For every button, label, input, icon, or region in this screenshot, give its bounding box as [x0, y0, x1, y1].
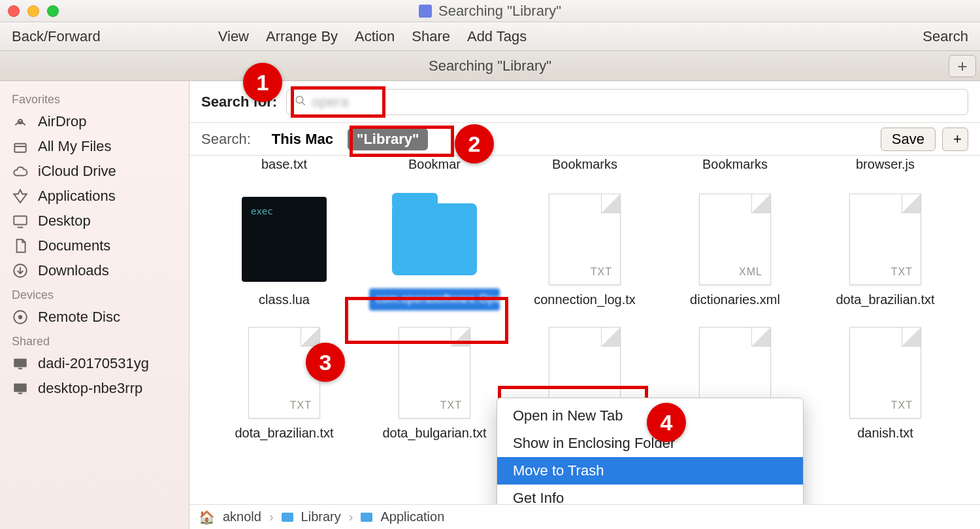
scope-this-mac[interactable]: This Mac: [263, 128, 342, 150]
new-tab-button[interactable]: +: [949, 55, 976, 77]
toolbar-search-label[interactable]: Search: [923, 28, 968, 45]
menu-action[interactable]: Action: [355, 28, 395, 45]
svg-rect-1: [14, 144, 25, 152]
svg-rect-9: [18, 393, 23, 394]
sidebar-item-applications[interactable]: Applications: [0, 184, 189, 209]
txt-file-icon: TXT: [399, 327, 470, 418]
path-segment-2[interactable]: Application: [380, 509, 444, 524]
svg-point-10: [296, 96, 303, 103]
downloads-icon: [12, 262, 29, 279]
sidebar-item-downloads[interactable]: Downloads: [0, 258, 189, 283]
file-item[interactable]: TXT dota_bulgarian.txt: [359, 324, 510, 441]
sidebar-item-all-my-files[interactable]: All My Files: [0, 134, 189, 159]
sidebar-item-label: desktop-nbe3rrp: [38, 380, 142, 397]
file-item[interactable]: TXT danish.txt: [810, 324, 960, 441]
applications-icon: [12, 188, 29, 205]
file-name: connection_log.tx: [534, 292, 636, 307]
txt-file-icon: TXT: [549, 194, 621, 285]
sidebar-item-shared-0[interactable]: dadi-20170531yg: [0, 351, 189, 376]
path-segment-user[interactable]: aknold: [223, 509, 261, 524]
remote-disc-icon: [12, 309, 29, 326]
search-query-text: opera: [312, 94, 348, 111]
icloud-icon: [12, 163, 29, 180]
file-name[interactable]: browser.js: [856, 157, 915, 172]
file-name[interactable]: Bookmar: [408, 157, 461, 172]
file-name[interactable]: base.txt: [261, 157, 307, 172]
all-my-files-icon: [12, 138, 29, 155]
back-forward-button[interactable]: Back/Forward: [12, 28, 101, 45]
menu-item-move-to-trash[interactable]: Move to Trash: [497, 457, 803, 485]
file-name: dictionaries.xml: [690, 292, 780, 307]
documents-icon: [12, 237, 29, 254]
window-titlebar: Searching "Library": [0, 0, 980, 22]
add-search-criteria-button[interactable]: +: [942, 128, 968, 151]
file-name[interactable]: Bookmarks: [702, 157, 768, 172]
search-for-label: Search for:: [201, 94, 277, 111]
menu-arrange-by[interactable]: Arrange By: [266, 28, 338, 45]
search-for-bar: Search for: opera: [189, 81, 980, 123]
sidebar-section-shared: Shared: [0, 330, 189, 351]
file-item[interactable]: exec class.lua: [209, 190, 359, 311]
menu-share[interactable]: Share: [412, 28, 450, 45]
menu-view[interactable]: View: [218, 28, 249, 45]
home-icon: 🏠: [199, 509, 215, 525]
folder-icon: [392, 203, 477, 275]
scope-library[interactable]: "Library": [348, 128, 428, 150]
path-separator-icon: ›: [349, 509, 353, 524]
file-row: exec class.lua com.operasoftware.Opera T…: [209, 190, 960, 311]
search-scope-bar: Search: This Mac "Library" Save +: [189, 123, 980, 156]
sidebar: Favorites AirDrop All My Files iCloud Dr…: [0, 81, 189, 529]
sidebar-item-label: Desktop: [38, 213, 91, 230]
menu-item-get-info[interactable]: Get Info: [497, 485, 803, 504]
toolbar: Back/Forward View Arrange By Action Shar…: [0, 22, 980, 51]
sidebar-section-favorites: Favorites: [0, 88, 189, 109]
file-grid[interactable]: base.txt Bookmar Bookmarks Bookmarks bro…: [189, 156, 980, 504]
file-name: danish.txt: [857, 426, 913, 441]
svg-rect-8: [14, 383, 27, 392]
sidebar-item-remote-disc[interactable]: Remote Disc: [0, 305, 189, 330]
desktop-icon: [12, 213, 29, 230]
sidebar-item-label: All My Files: [38, 138, 111, 155]
sidebar-item-documents[interactable]: Documents: [0, 233, 189, 258]
file-item[interactable]: TXT dota_brazilian.txt: [209, 324, 359, 441]
menu-add-tags[interactable]: Add Tags: [467, 28, 527, 45]
sidebar-item-label: Documents: [38, 237, 110, 254]
sidebar-item-airdrop[interactable]: AirDrop: [0, 109, 189, 134]
scope-label: Search:: [201, 131, 251, 148]
menu-item-show-enclosing[interactable]: Show in Enclosing Folder: [497, 430, 803, 457]
sidebar-item-label: Applications: [38, 188, 116, 205]
file-name: dota_brazilian.txt: [235, 426, 333, 441]
sidebar-section-devices: Devices: [0, 283, 189, 305]
tab-bar: Searching "Library" +: [0, 51, 980, 81]
sidebar-item-icloud-drive[interactable]: iCloud Drive: [0, 159, 189, 184]
search-icon: [295, 94, 306, 111]
monitor-icon: [12, 380, 29, 397]
menu-item-open-new-tab[interactable]: Open in New Tab: [497, 402, 803, 430]
txt-file-icon: TXT: [849, 194, 921, 285]
path-segment-1[interactable]: Library: [301, 509, 341, 524]
file-row: base.txt Bookmar Bookmarks Bookmarks bro…: [209, 156, 960, 172]
file-name[interactable]: Bookmarks: [552, 157, 617, 172]
file-name: class.lua: [259, 292, 310, 307]
file-item[interactable]: TXT connection_log.tx: [510, 190, 660, 311]
sidebar-item-desktop[interactable]: Desktop: [0, 209, 189, 233]
svg-rect-7: [18, 368, 23, 369]
monitor-icon: [12, 355, 29, 372]
xml-file-icon: XML: [699, 194, 771, 285]
tab-title[interactable]: Searching "Library": [429, 58, 551, 75]
save-search-button[interactable]: Save: [881, 128, 936, 151]
file-name: dota_brazilian.txt: [836, 292, 934, 307]
context-menu: Open in New Tab Show in Enclosing Folder…: [497, 398, 804, 504]
path-bar: 🏠 aknold › Library › Application: [189, 504, 980, 529]
file-item[interactable]: TXT dota_brazilian.txt: [810, 190, 960, 311]
sidebar-item-label: AirDrop: [38, 113, 87, 130]
sidebar-item-label: Downloads: [38, 262, 109, 279]
file-item[interactable]: XML dictionaries.xml: [660, 190, 810, 311]
content-area: Search for: opera Search: This Mac "Libr…: [189, 81, 980, 529]
file-item-selected[interactable]: com.operasoftware.Opera: [359, 190, 510, 311]
file-name-selected: com.operasoftware.Opera: [369, 288, 500, 311]
search-input[interactable]: opera: [286, 89, 968, 115]
txt-file-icon: TXT: [248, 327, 320, 418]
sidebar-item-shared-1[interactable]: desktop-nbe3rrp: [0, 376, 189, 401]
svg-rect-2: [14, 216, 27, 224]
